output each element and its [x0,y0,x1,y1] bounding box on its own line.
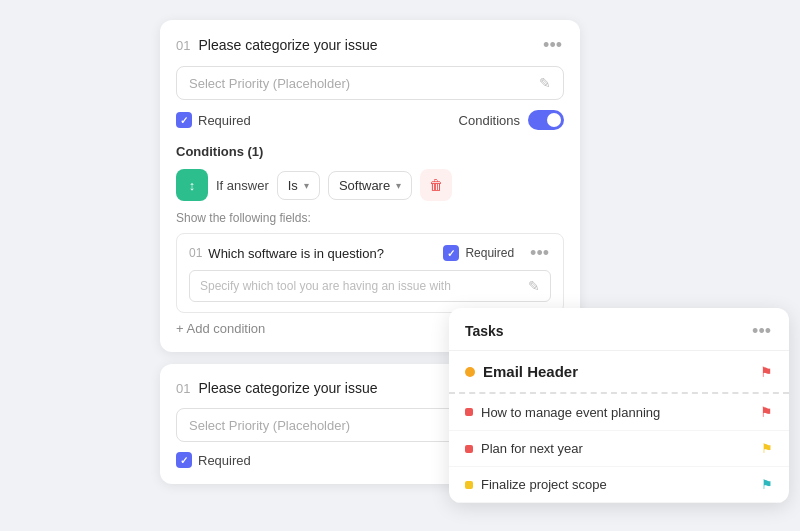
chevron-icon-2: ▾ [396,180,401,191]
task-text-1: Plan for next year [481,441,583,456]
email-header-title: Email Header [483,363,578,380]
sub-input[interactable]: Specify which tool you are having an iss… [189,270,551,302]
sub-card: 01 Which software is in question? Requir… [176,233,564,313]
task-flag-0: ⚑ [760,404,773,420]
email-header-row[interactable]: Email Header ⚑ [449,351,789,394]
task-item-left-1: Plan for next year [465,441,583,456]
sub-required-label: Required [465,246,514,260]
software-select[interactable]: Software ▾ [328,171,412,200]
required-row: Required Conditions [176,110,564,130]
email-header-left: Email Header [465,363,578,380]
sub-card-header: 01 Which software is in question? Requir… [189,244,551,262]
step-number-2: 01 [176,381,190,396]
condition-icon-symbol: ↕ [189,178,196,193]
required-label-2: Required [198,453,251,468]
task-flag-1: ⚑ [761,441,773,456]
conditions-toggle[interactable] [528,110,564,130]
email-header-dot [465,367,475,377]
task-dot-0 [465,408,473,416]
is-select[interactable]: Is ▾ [277,171,320,200]
tasks-header: Tasks ••• [449,308,789,351]
priority-select[interactable]: Select Priority (Placeholder) ✎ [176,66,564,100]
card-1-title-row: 01 Please categorize your issue [176,37,377,53]
task-flag-2: ⚑ [761,477,773,492]
tasks-title: Tasks [465,323,504,339]
task-dot-2 [465,481,473,489]
edit-icon: ✎ [539,75,551,91]
sub-card-title-row: 01 Which software is in question? [189,246,384,261]
delete-condition-button[interactable]: 🗑 [420,169,452,201]
priority-placeholder-2: Select Priority (Placeholder) [189,418,350,433]
tasks-panel: Tasks ••• Email Header ⚑ How to manage e… [449,308,789,503]
email-header-flag: ⚑ [760,364,773,380]
required-label: Required [198,113,251,128]
add-condition-label: + Add condition [176,321,265,336]
software-label: Software [339,178,390,193]
card-2-title-row: 01 Please categorize your issue [176,380,377,396]
step-number-1: 01 [176,38,190,53]
priority-placeholder: Select Priority (Placeholder) [189,76,350,91]
task-text-2: Finalize project scope [481,477,607,492]
task-item-2[interactable]: Finalize project scope ⚑ [449,467,789,503]
chevron-icon: ▾ [304,180,309,191]
task-dot-1 [465,445,473,453]
sub-edit-icon: ✎ [528,278,540,294]
condition-icon: ↕ [176,169,208,201]
card-2-title: Please categorize your issue [198,380,377,396]
card-1: 01 Please categorize your issue ••• Sele… [160,20,580,352]
task-text-0: How to manage event planning [481,405,660,420]
is-label: Is [288,178,298,193]
sub-required-row: Required ••• [443,244,551,262]
add-condition-button[interactable]: + Add condition [176,321,265,336]
sub-required-checkbox[interactable] [443,245,459,261]
sub-title: Which software is in question? [208,246,384,261]
required-left: Required [176,112,251,128]
sub-input-placeholder: Specify which tool you are having an iss… [200,279,451,293]
if-answer-label: If answer [216,178,269,193]
sub-step: 01 [189,246,202,260]
sub-card-menu-button[interactable]: ••• [528,244,551,262]
required-checkbox[interactable] [176,112,192,128]
conditions-row: Conditions [459,110,564,130]
task-item-left-2: Finalize project scope [465,477,607,492]
task-item-left-0: How to manage event planning [465,405,660,420]
required-checkbox-2[interactable] [176,452,192,468]
card-1-title: Please categorize your issue [198,37,377,53]
task-item-1[interactable]: Plan for next year ⚑ [449,431,789,467]
condition-row: ↕ If answer Is ▾ Software ▾ 🗑 [176,169,564,201]
show-fields-label: Show the following fields: [176,211,564,225]
card-1-header: 01 Please categorize your issue ••• [176,36,564,54]
conditions-text: Conditions [459,113,520,128]
conditions-section-title: Conditions (1) [176,144,564,159]
task-item-0[interactable]: How to manage event planning ⚑ [449,394,789,431]
tasks-menu-button[interactable]: ••• [750,322,773,340]
card-1-menu-button[interactable]: ••• [541,36,564,54]
